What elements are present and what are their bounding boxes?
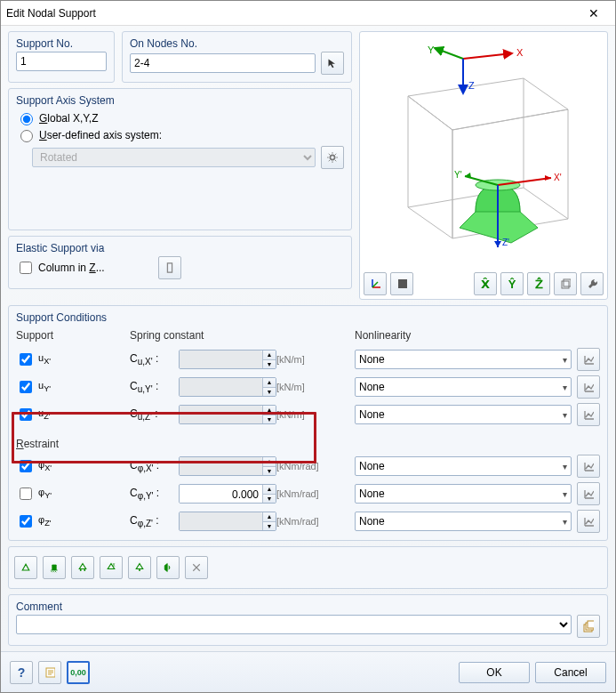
- spring-value-input[interactable]: ▲▼: [179, 512, 276, 531]
- spring-value-input[interactable]: ▲▼: [179, 456, 276, 476]
- preview-3d-view[interactable]: X Y Z: [364, 36, 604, 269]
- align-x-button[interactable]: X̂: [474, 272, 497, 295]
- preset-fixed-button[interactable]: [43, 556, 66, 579]
- spring-value-input[interactable]: ▲▼: [179, 484, 276, 504]
- ok-button[interactable]: OK: [459, 662, 530, 683]
- spring-value-input[interactable]: ▲▼: [179, 377, 276, 397]
- preset-free-button[interactable]: [185, 556, 208, 579]
- preset-roller-z-button[interactable]: [128, 556, 151, 579]
- support-uy-check[interactable]: uY': [16, 378, 130, 396]
- cursor-pick-icon: [327, 56, 338, 70]
- on-nodes-input[interactable]: [130, 53, 316, 73]
- nonlinearity-settings-button[interactable]: [577, 403, 600, 426]
- align-z-button[interactable]: Ẑ: [527, 272, 550, 295]
- step-up-icon[interactable]: ▲: [263, 351, 276, 359]
- spring-value-input[interactable]: ▲▼: [179, 405, 276, 424]
- nonlinearity-select[interactable]: None▾: [355, 405, 572, 424]
- support-no-group: Support No.: [8, 31, 115, 83]
- close-button[interactable]: ✕: [578, 4, 610, 23]
- svg-rect-26: [564, 279, 571, 286]
- step-down-icon[interactable]: ▼: [263, 521, 276, 531]
- nonlinearity-select[interactable]: None▾: [355, 456, 572, 476]
- svg-point-28: [84, 569, 85, 571]
- view-cube-button[interactable]: [554, 272, 577, 295]
- axis-user-mode-select[interactable]: Rotated: [32, 148, 316, 167]
- axis-global-radio[interactable]: Global X,Y,Z: [16, 110, 344, 125]
- nonlinearity-settings-button[interactable]: [577, 482, 600, 505]
- step-down-icon[interactable]: ▼: [263, 466, 276, 476]
- elastic-support-title: Elastic Support via: [16, 242, 344, 256]
- x-axis-icon: X̂: [481, 278, 490, 291]
- step-down-icon[interactable]: ▼: [263, 494, 276, 504]
- support-uz-check[interactable]: uZ': [16, 406, 130, 423]
- column-settings-button[interactable]: [158, 256, 181, 279]
- unit-label: [kNm/rad]: [276, 516, 339, 527]
- diagram-icon: [583, 488, 594, 500]
- notes-button[interactable]: [38, 661, 61, 684]
- column-in-z-check[interactable]: Column in Z...: [16, 259, 149, 277]
- unit-label: [kNm/rad]: [276, 488, 339, 499]
- support-x-check[interactable]: φX': [16, 457, 130, 475]
- support-no-input[interactable]: [16, 52, 107, 71]
- nonlinearity-select[interactable]: None▾: [355, 350, 572, 369]
- comment-library-button[interactable]: [577, 615, 600, 638]
- nonlinearity-select[interactable]: None▾: [355, 377, 572, 397]
- preset-fixed-icon: [49, 560, 60, 575]
- support-z-check[interactable]: φZ': [16, 512, 130, 530]
- titlebar: Edit Nodal Support ✕: [1, 1, 615, 26]
- step-up-icon[interactable]: ▲: [263, 485, 276, 494]
- step-down-icon[interactable]: ▼: [263, 359, 276, 369]
- restraint-header: Restraint: [16, 431, 339, 450]
- help-icon: ?: [18, 665, 26, 680]
- align-y-button[interactable]: Ŷ: [500, 272, 524, 295]
- conditions-table: Support Spring constant Nonlinearity uX'…: [16, 329, 600, 533]
- step-down-icon[interactable]: ▼: [263, 415, 276, 424]
- units-button[interactable]: 0,00: [67, 661, 90, 684]
- stack-icon: [583, 620, 594, 633]
- comment-input[interactable]: [16, 615, 572, 634]
- view-local-axes-button[interactable]: [364, 272, 387, 295]
- axis-user-mode-settings-button[interactable]: [321, 146, 344, 169]
- cancel-button[interactable]: Cancel: [535, 662, 606, 683]
- view-reset-button[interactable]: [580, 272, 604, 295]
- spring-label: Cφ,X' :: [130, 459, 179, 473]
- unit-label: [kN/m]: [276, 354, 339, 365]
- nonlinearity-settings-button[interactable]: [577, 348, 600, 371]
- support-ux-check[interactable]: uX': [16, 351, 130, 368]
- preset-roller-xy-button[interactable]: X: [100, 556, 123, 579]
- step-down-icon[interactable]: ▼: [263, 387, 276, 397]
- y-axis-icon: Ŷ: [508, 278, 516, 291]
- step-up-icon[interactable]: ▲: [263, 378, 276, 387]
- preview-pane: X Y Z: [359, 31, 608, 300]
- unit-label: [kN/m]: [276, 409, 339, 420]
- view-mode-button[interactable]: [390, 272, 413, 295]
- comment-group: Comment: [8, 594, 608, 646]
- preset-sound-button[interactable]: [156, 556, 180, 579]
- cube-icon: [560, 278, 571, 290]
- step-up-icon[interactable]: ▲: [263, 512, 276, 521]
- svg-point-30: [139, 569, 140, 571]
- chevron-down-icon: ▾: [563, 410, 567, 420]
- pick-nodes-button[interactable]: [321, 52, 344, 75]
- support-y-check[interactable]: φY': [16, 485, 130, 503]
- axis-user-radio[interactable]: User-defined axis system:: [16, 127, 344, 142]
- preset-roller-x-button[interactable]: [71, 556, 94, 579]
- preset-hinged-button[interactable]: [14, 556, 37, 579]
- spring-value-input[interactable]: ▲▼: [179, 350, 276, 369]
- nonlinearity-settings-button[interactable]: [577, 510, 600, 533]
- help-button[interactable]: ?: [10, 661, 33, 684]
- nonlinearity-settings-button[interactable]: [577, 375, 600, 399]
- preset-hinged-icon: [20, 560, 31, 575]
- nonlinearity-select[interactable]: None▾: [355, 512, 572, 531]
- on-nodes-label: On Nodes No.: [130, 37, 344, 52]
- spring-label: Cφ,Z' :: [130, 514, 179, 528]
- nonlinearity-settings-button[interactable]: [577, 455, 600, 478]
- step-up-icon[interactable]: ▲: [263, 406, 276, 415]
- nonlinearity-select[interactable]: None▾: [355, 484, 572, 504]
- svg-point-0: [330, 155, 334, 159]
- diagram-icon: [583, 409, 594, 421]
- nonlin-header: Nonlinearity: [355, 329, 577, 343]
- wrench-icon: [587, 278, 597, 290]
- support-conditions-title: Support Conditions: [16, 311, 600, 326]
- step-up-icon[interactable]: ▲: [263, 457, 276, 466]
